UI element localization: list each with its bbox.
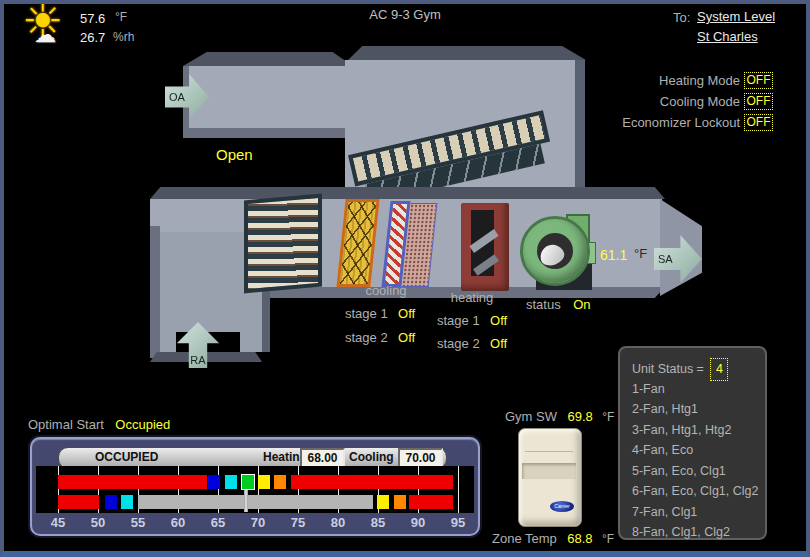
unit-status-item-1: 1-Fan <box>632 379 765 400</box>
unit-status-item-2: 2-Fan, Htg1 <box>632 399 765 420</box>
temp-band-segment-green <box>241 474 255 490</box>
unit-status-panel: Unit Status = 4 1-Fan 2-Fan, Htg1 3-Fan,… <box>618 346 767 540</box>
scale-tick-label: 80 <box>321 515 355 530</box>
outside-air-rh-value: 26.7 <box>80 30 105 45</box>
heating-stage2-row: stage 2 Off <box>437 334 507 352</box>
heating-stage1-label: stage 1 <box>437 313 480 328</box>
economizer-lockout-label: Economizer Lockout <box>600 115 740 130</box>
unit-status-title-row: Unit Status = 4 <box>632 358 765 379</box>
oa-arrow-label: OA <box>169 91 185 103</box>
scale-tick-label: 75 <box>281 515 315 530</box>
temperature-band-display <box>36 466 474 513</box>
supply-duct-top-face <box>150 187 665 199</box>
supply-fan-icon <box>520 216 590 286</box>
oa-duct-bottom-lip <box>183 128 345 138</box>
cooling-stage2-value: Off <box>398 330 415 345</box>
return-duct-left-edge <box>150 226 160 358</box>
hvac-graphic-screen: ☀ ☁ 57.6 °F 26.7 %rh AC 9-3 Gym To: Syst… <box>0 0 810 557</box>
ra-arrow-label: RA <box>190 354 205 366</box>
occupancy-mode-value: OCCUPIED <box>95 450 158 464</box>
heating-section-label: heating <box>436 290 508 305</box>
cooling-mode-value[interactable]: OFF <box>744 93 773 110</box>
temp-band-segment-blue <box>105 495 117 509</box>
temp-band-segment-red <box>291 475 453 489</box>
cooling-stage1-value: Off <box>398 306 415 321</box>
fan-status-label: status <box>526 297 561 312</box>
scale-tick-label: 90 <box>401 515 435 530</box>
scale-tick-label: 70 <box>241 515 275 530</box>
temperature-scale: 4550556065707580859095 <box>36 515 474 533</box>
outside-air-rh-unit: %rh <box>113 30 134 44</box>
carrier-logo: Carrier <box>550 501 574 512</box>
heating-setpoint-input[interactable] <box>300 448 345 468</box>
temp-band-segment-gray <box>138 495 373 509</box>
zone-temp-row: Zone Temp 68.8 °F <box>492 529 614 547</box>
mixing-shaft-top-face <box>348 46 586 60</box>
cooling-setpoint-input[interactable] <box>398 448 443 468</box>
temp-band-segment-red <box>58 495 99 509</box>
cooling-stage1-row: stage 1 Off <box>345 304 415 322</box>
scale-tick-label: 60 <box>161 515 195 530</box>
scale-tick-label: 50 <box>81 515 115 530</box>
zone-temp-label: Zone Temp <box>492 531 557 546</box>
cooling-stage2-label: stage 2 <box>345 330 388 345</box>
heating-section <box>461 203 509 291</box>
cooling-stage2-row: stage 2 Off <box>345 328 415 346</box>
temp-band-segment-cyan <box>225 475 237 489</box>
supply-air-temp-unit: °F <box>634 246 647 261</box>
economizer-lockout-value[interactable]: OFF <box>744 114 773 131</box>
heating-stage1-row: stage 1 Off <box>437 311 507 329</box>
scale-tick-label: 45 <box>41 515 75 530</box>
fan-status-row: status On <box>526 295 590 313</box>
heating-mode-value[interactable]: OFF <box>744 72 773 89</box>
space-sensor-label: Gym SW <box>505 409 557 424</box>
oa-duct-top-face <box>183 52 353 66</box>
unit-status-item-5: 5-Fan, Eco, Clg1 <box>632 461 765 482</box>
temp-band-segment-red <box>409 495 453 509</box>
temp-band-segment-cyan <box>121 495 133 509</box>
cloud-icon: ☁ <box>34 24 56 46</box>
temp-band-segment-orange <box>274 475 286 489</box>
scale-tick <box>458 466 459 513</box>
optimal-start-row: Optimal Start Occupied <box>28 415 170 433</box>
heating-stage2-value: Off <box>490 336 507 351</box>
heating-mode-label: Heating Mode <box>600 73 740 88</box>
oa-damper-state: Open <box>216 146 253 163</box>
return-damper <box>244 194 322 294</box>
unit-status-item-3: 3-Fan, Htg1, Htg2 <box>632 420 765 441</box>
scale-tick-label: 85 <box>361 515 395 530</box>
temp-band-segment-blue <box>208 475 220 489</box>
nav-link-st-charles[interactable]: St Charles <box>697 29 758 44</box>
zone-temp-unit: °F <box>602 532 614 546</box>
unit-status-label: Unit Status = <box>632 362 704 376</box>
scale-tick-label: 55 <box>121 515 155 530</box>
cooling-mode-label: Cooling Mode <box>600 94 740 109</box>
scale-tick-label: 95 <box>441 515 475 530</box>
scale-tick-label: 65 <box>201 515 235 530</box>
optimal-start-label: Optimal Start <box>28 417 104 432</box>
nav-link-system-level[interactable]: System Level <box>697 9 775 24</box>
fan-status-value: On <box>573 297 590 312</box>
supply-air-temp-value: 61.1 <box>600 247 627 263</box>
unit-status-item-7: 7-Fan, Clg1 <box>632 502 765 523</box>
temp-band-segment-yellow <box>258 475 270 489</box>
optimal-start-value: Occupied <box>115 417 170 432</box>
cooling-section-label: cooling <box>350 283 422 298</box>
space-sensor-value: 69.8 <box>567 409 592 424</box>
cooling-stage1-label: stage 1 <box>345 306 388 321</box>
temp-band-segment-orange <box>394 495 406 509</box>
unit-status-item-4: 4-Fan, Eco <box>632 440 765 461</box>
space-sensor-row: Gym SW 69.8 °F <box>505 407 614 425</box>
unit-status-item-8: 8-Fan, Clg1, Clg2 <box>632 522 765 543</box>
heating-stage1-value: Off <box>490 313 507 328</box>
nav-to-label: To: <box>673 10 690 25</box>
zone-temp-value: 68.8 <box>567 531 592 546</box>
unit-status-value[interactable]: 4 <box>710 358 728 381</box>
sa-arrow-label: SA <box>658 253 673 265</box>
unit-status-item-6: 6-Fan, Eco, Clg1, Clg2 <box>632 481 765 502</box>
space-sensor-unit: °F <box>602 410 614 424</box>
cooling-setpoint-label: Cooling <box>349 450 394 464</box>
temp-band-segment-red <box>58 475 207 489</box>
temp-band-segment-yellow <box>377 495 389 509</box>
thermostat-icon: Carrier <box>518 428 582 527</box>
